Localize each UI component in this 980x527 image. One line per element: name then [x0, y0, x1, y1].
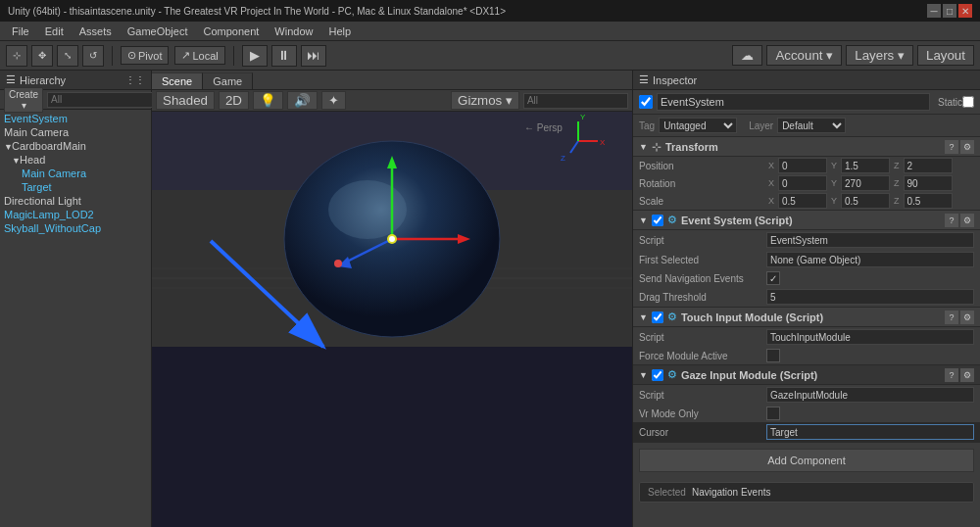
- transform-settings-button[interactable]: ⚙: [960, 140, 974, 154]
- gi-script-input[interactable]: [766, 387, 974, 403]
- add-component-button[interactable]: Add Component: [639, 449, 974, 472]
- menu-item-window[interactable]: Window: [267, 24, 320, 39]
- transform-move-tool[interactable]: ⊹: [6, 45, 27, 67]
- transform-rect-tool[interactable]: ↺: [82, 45, 104, 67]
- touch-input-header[interactable]: ▼ ⚙ Touch Input Module (Script) ? ⚙: [633, 308, 980, 327]
- es-script-input[interactable]: [766, 232, 974, 248]
- es-send-nav-checkbox[interactable]: ✓: [766, 271, 780, 285]
- menu-item-component[interactable]: Component: [195, 24, 267, 39]
- transform-header[interactable]: ▼ ⊹ Transform ? ⚙: [633, 137, 980, 157]
- touch-input-enabled-checkbox[interactable]: [652, 311, 663, 323]
- scene-search-input[interactable]: [523, 93, 628, 109]
- rotation-inputs: X Y Z: [766, 175, 974, 191]
- tag-select[interactable]: Untagged: [659, 118, 737, 133]
- gaze-input-component: ▼ ⚙ Gaze Input Module (Script) ? ⚙ Scrip…: [633, 365, 980, 443]
- es-first-selected-input[interactable]: [766, 252, 974, 267]
- hierarchy-item-eventsystem[interactable]: EventSystem: [0, 112, 151, 125]
- event-system-header[interactable]: ▼ ⚙ Event System (Script) ? ⚙: [633, 211, 980, 230]
- hierarchy-item-magiclamp[interactable]: MagicLamp_LOD2: [0, 208, 151, 221]
- gaze-input-info-button[interactable]: ?: [945, 368, 958, 382]
- gizmos-button[interactable]: Gizmos ▾: [451, 91, 519, 110]
- gaze-input-enabled-checkbox[interactable]: [652, 369, 663, 381]
- hierarchy-item-maincamera2[interactable]: Main Camera: [0, 167, 151, 180]
- scale-y-input[interactable]: [841, 193, 890, 209]
- event-system-info-button[interactable]: ?: [945, 214, 958, 227]
- static-checkbox[interactable]: [962, 96, 974, 108]
- es-drag-threshold-input[interactable]: [766, 289, 974, 305]
- ti-script-value: [766, 329, 974, 345]
- svg-text:Y: Y: [580, 113, 586, 121]
- inspector-object-row: Static: [633, 90, 980, 115]
- menu-item-gameobject[interactable]: GameObject: [120, 24, 196, 39]
- menu-item-edit[interactable]: Edit: [37, 24, 72, 39]
- menu-item-file[interactable]: File: [4, 24, 37, 39]
- event-system-settings-button[interactable]: ⚙: [960, 214, 974, 227]
- audio-button[interactable]: 🔊: [287, 91, 318, 110]
- step-button[interactable]: ⏭: [301, 45, 326, 67]
- hierarchy-item-head[interactable]: ▼Head: [0, 153, 151, 167]
- position-x-label: X: [766, 158, 776, 173]
- gi-vr-mode-checkbox[interactable]: [766, 407, 780, 420]
- ti-force-checkbox[interactable]: [766, 349, 780, 362]
- layer-select[interactable]: Default: [777, 118, 846, 133]
- gaze-input-settings-button[interactable]: ⚙: [960, 368, 974, 382]
- hierarchy-create-button[interactable]: Create ▾: [4, 87, 43, 113]
- transform-title: Transform: [665, 141, 718, 153]
- tab-game[interactable]: Game: [203, 72, 253, 89]
- touch-input-info-button[interactable]: ?: [945, 311, 958, 324]
- transform-rotate-tool[interactable]: ✥: [31, 45, 53, 67]
- hierarchy-options[interactable]: ⋮⋮: [125, 74, 145, 85]
- cloud-button[interactable]: ☁: [732, 45, 762, 66]
- lights-button[interactable]: 💡: [253, 91, 283, 110]
- gi-cursor-value: [766, 424, 974, 440]
- hierarchy-item-dirlight[interactable]: Directional Light: [0, 194, 151, 208]
- menu-item-assets[interactable]: Assets: [72, 24, 120, 39]
- pause-button[interactable]: ⏸: [271, 45, 297, 67]
- 2d-button[interactable]: 2D: [219, 91, 249, 110]
- tab-scene[interactable]: Scene: [152, 72, 203, 89]
- hierarchy-item-maincamera[interactable]: Main Camera: [0, 125, 151, 139]
- close-button[interactable]: ✕: [958, 4, 972, 18]
- hierarchy-item-cardboardmain[interactable]: ▼CardboardMain: [0, 139, 151, 153]
- svg-text:← Persp: ← Persp: [524, 122, 563, 133]
- maximize-button[interactable]: □: [943, 4, 956, 18]
- account-button[interactable]: Account ▾: [766, 45, 842, 66]
- transform-scale-tool[interactable]: ⤡: [57, 45, 78, 67]
- local-button[interactable]: ↗ Local: [174, 46, 224, 65]
- minimize-button[interactable]: ─: [927, 4, 941, 18]
- layers-button[interactable]: Layers ▾: [846, 45, 913, 66]
- transform-info-button[interactable]: ?: [945, 140, 958, 154]
- rotation-row: Rotation X Y Z: [633, 174, 980, 192]
- titlebar-controls: ─ □ ✕: [927, 4, 972, 18]
- scene-viewport[interactable]: X Z Y ← Persp: [152, 112, 632, 527]
- pivot-button[interactable]: ⊙ Pivot: [121, 46, 169, 65]
- event-system-enabled-checkbox[interactable]: [652, 215, 663, 226]
- ti-script-input[interactable]: [766, 329, 974, 345]
- play-button[interactable]: ▶: [242, 45, 268, 67]
- rotation-z-input[interactable]: [904, 175, 953, 191]
- svg-text:Z: Z: [561, 154, 565, 163]
- shaded-button[interactable]: Shaded: [156, 91, 215, 110]
- touch-input-settings-button[interactable]: ⚙: [960, 311, 974, 324]
- es-send-nav-value: ✓: [766, 271, 974, 285]
- gi-cursor-row: Cursor: [633, 422, 980, 442]
- touch-input-arrow-icon: ▼: [639, 312, 648, 322]
- scale-z-input[interactable]: [904, 193, 953, 209]
- rotation-y-input[interactable]: [841, 175, 890, 191]
- menu-item-help[interactable]: Help: [320, 24, 359, 39]
- layout-button[interactable]: Layout: [917, 45, 974, 66]
- gaze-input-header[interactable]: ▼ ⚙ Gaze Input Module (Script) ? ⚙: [633, 365, 980, 385]
- position-x-input[interactable]: [778, 158, 827, 173]
- object-name-input[interactable]: [657, 93, 930, 111]
- effects-button[interactable]: ✦: [321, 91, 346, 110]
- rotation-x-input[interactable]: [778, 175, 827, 191]
- scale-x-input[interactable]: [778, 193, 827, 209]
- position-z-input[interactable]: [904, 158, 953, 173]
- es-send-nav-label: Send Navigation Events: [639, 273, 766, 284]
- hierarchy-item-target[interactable]: Target: [0, 180, 151, 194]
- hierarchy-item-skyball[interactable]: Skyball_WithoutCap: [0, 221, 151, 235]
- gi-cursor-input[interactable]: [766, 424, 974, 440]
- position-y-input[interactable]: [841, 158, 890, 173]
- touch-input-icon: ⚙: [667, 311, 677, 323]
- object-active-checkbox[interactable]: [639, 95, 653, 109]
